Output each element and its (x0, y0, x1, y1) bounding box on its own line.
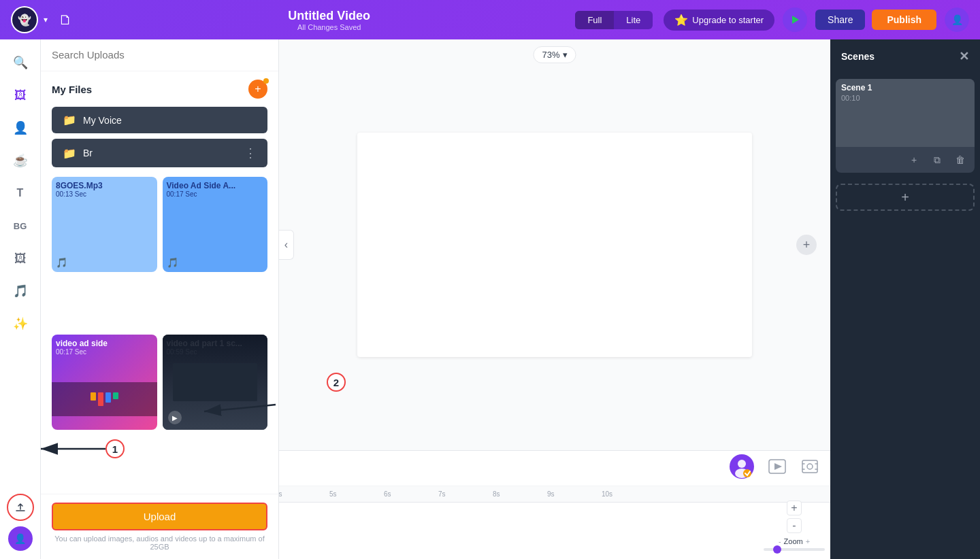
save-status: All Changes Saved (297, 23, 361, 31)
file-card-label: Video Ad Side A... 00:17 Sec (167, 181, 264, 198)
star-icon: ⭐ (674, 14, 688, 27)
svg-rect-8 (802, 460, 817, 473)
file-card-3[interactable]: video ad side 00:17 Sec (52, 335, 157, 430)
file-card-4[interactable]: video ad part 1 sc... 00:59 Sec ▶ (163, 335, 268, 430)
sidebar-item-text[interactable]: T (5, 178, 35, 208)
logo-inner: 👻 (12, 7, 37, 32)
zoom-plus-label: + (806, 537, 810, 545)
screenshot-timeline-icon[interactable] (800, 457, 819, 479)
zoom-value: 73% (542, 50, 559, 60)
play-icon: ▶ (168, 411, 182, 424)
sidebar-item-person[interactable]: 👤 (5, 113, 35, 143)
file-card-2[interactable]: Video Ad Side A... 00:17 Sec 🎵 (163, 177, 268, 272)
sidebar-item-coffee[interactable]: ☕ (5, 146, 35, 175)
files-add-button[interactable]: + (248, 80, 267, 99)
avatar-timeline-icon[interactable] (730, 454, 754, 483)
search-area (41, 39, 278, 71)
scene-duration: 00:10 (841, 94, 860, 102)
duplicate-scene-icon[interactable]: ⧉ (928, 151, 946, 169)
files-header: My Files + (41, 71, 278, 104)
files-panel: My Files + 📁 My Voice 📁 Br ⋮ 8GOES.Mp3 0… (41, 39, 279, 559)
header-center: Untitled Video All Changes Saved (83, 9, 575, 31)
folder-name: Br (83, 148, 244, 158)
zoom-controls: + - - Zoom + (764, 501, 825, 551)
annotation-badge-2: 2 (327, 373, 346, 392)
ruler-tick-10: 10s (602, 490, 656, 498)
mode-full[interactable]: Full (575, 11, 614, 29)
file-name: 8GOES.Mp3 (56, 181, 153, 190)
preview-play-button[interactable] (783, 7, 807, 32)
folder-name: My Voice (83, 115, 257, 126)
svg-point-3 (738, 460, 746, 468)
sidebar-item-media[interactable]: 🖼 (5, 80, 35, 110)
scenes-title: Scenes (841, 51, 875, 62)
scene-actions: + ⧉ 🗑 (836, 147, 975, 173)
user-avatar-sidebar[interactable]: 👤 (8, 526, 33, 551)
search-input[interactable] (52, 49, 267, 61)
svg-marker-7 (774, 463, 782, 470)
add-content-button[interactable]: + (796, 235, 817, 255)
zoom-out-button[interactable]: - (787, 518, 802, 533)
collapse-panel-button[interactable]: ‹ (279, 230, 294, 260)
ruler-tick-6: 6s (384, 490, 438, 498)
upload-section: Upload You can upload images, audios and… (41, 494, 278, 559)
sidebar-item-background[interactable]: BG (5, 211, 35, 241)
music-icon: 🎵 (167, 257, 178, 268)
scene-card-1[interactable]: Scene 1 00:10 + ⧉ 🗑 (836, 79, 975, 173)
scenes-header: Scenes ✕ (830, 39, 980, 73)
file-name: Video Ad Side A... (167, 181, 264, 190)
logo-chevron[interactable]: ▾ (44, 15, 48, 24)
file-duration: 00:13 Sec (56, 190, 153, 198)
upload-button[interactable]: Upload (52, 503, 267, 530)
share-button[interactable]: Share (815, 10, 865, 30)
files-grid: 8GOES.Mp3 00:13 Sec 🎵 Video Ad Side A...… (41, 170, 278, 494)
zoom-slider[interactable] (764, 548, 825, 551)
delete-scene-icon[interactable]: 🗑 (951, 151, 969, 169)
folder-icon: 📁 (63, 147, 76, 160)
sidebar-item-search[interactable]: 🔍 (5, 48, 35, 78)
new-file-btn[interactable]: 🗋 (59, 12, 72, 28)
header: 👻 ▾ 🗋 Untitled Video All Changes Saved F… (0, 0, 980, 39)
zoom-minus-label: - (779, 537, 781, 545)
main-canvas: 73% ▾ ‹ + (279, 39, 830, 450)
video-title: Untitled Video (288, 9, 370, 23)
logo[interactable]: 👻 (11, 6, 38, 33)
zoom-thumb (773, 545, 781, 554)
sidebar-item-elements[interactable]: 🖼 (5, 243, 35, 273)
left-sidebar: 🔍 🖼 👤 ☕ T BG 🖼 🎵 ✨ 👤 (0, 39, 41, 559)
canvas-workspace[interactable] (357, 133, 752, 357)
sidebar-item-effects[interactable]: ✨ (5, 309, 35, 339)
folder-my-voice[interactable]: 📁 My Voice (52, 107, 267, 133)
file-duration: 00:17 Sec (56, 348, 153, 356)
mode-lite[interactable]: Lite (614, 11, 653, 29)
sidebar-item-music[interactable]: 🎵 (5, 276, 35, 306)
zoom-label: Zoom (784, 537, 803, 545)
chevron-left-icon: ‹ (284, 239, 288, 251)
music-icon: 🎵 (56, 257, 67, 268)
zoom-in-button[interactable]: + (787, 501, 802, 515)
ruler-tick-4: 4s (275, 490, 329, 498)
scenes-panel: Scenes ✕ Scene 1 00:10 + ⧉ 🗑 + (830, 39, 980, 559)
zoom-slider-area: - Zoom + (779, 537, 810, 545)
media-timeline-icon[interactable] (768, 457, 787, 479)
publish-button[interactable]: Publish (872, 10, 936, 30)
ruler-tick-9: 9s (547, 490, 602, 498)
user-avatar-header[interactable]: 👤 (945, 7, 969, 32)
ruler-tick-7: 7s (438, 490, 493, 498)
file-name: video ad side (56, 339, 153, 348)
notification-dot (263, 78, 269, 84)
upgrade-button[interactable]: ⭐ Upgrade to starter (664, 10, 774, 31)
plus-icon: + (803, 238, 811, 252)
zoom-control[interactable]: 73% ▾ (533, 46, 576, 63)
svg-marker-0 (792, 16, 799, 24)
folder-br[interactable]: 📁 Br ⋮ (52, 139, 267, 167)
scene-name: Scene 1 (841, 83, 872, 92)
add-scene-button[interactable]: + (836, 184, 975, 211)
chevron-down-icon: ▾ (563, 50, 568, 60)
add-scene-icon[interactable]: + (905, 151, 923, 169)
file-card-1[interactable]: 8GOES.Mp3 00:13 Sec 🎵 (52, 177, 157, 272)
upload-circle-button[interactable] (7, 494, 34, 521)
close-scenes-icon[interactable]: ✕ (959, 49, 969, 64)
folder-options-icon[interactable]: ⋮ (244, 146, 257, 160)
svg-point-9 (807, 464, 813, 469)
